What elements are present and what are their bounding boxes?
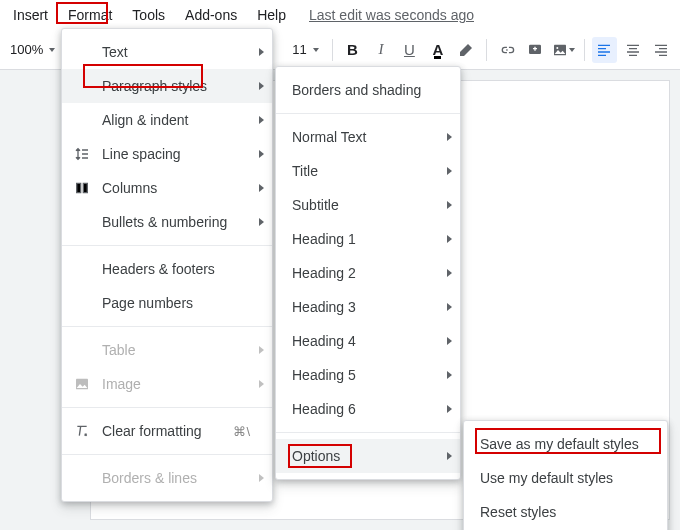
submenu-arrow-icon [447,201,452,209]
separator [62,407,272,408]
highlight-button[interactable] [454,37,479,63]
paragraph-styles-dropdown: Borders and shading Normal Text Title Su… [275,66,461,480]
submenu-arrow-icon [259,116,264,124]
last-edit-link[interactable]: Last edit was seconds ago [309,7,474,23]
submenu-arrow-icon [259,150,264,158]
menu-headers-footers[interactable]: Headers & footers [62,252,272,286]
link-icon [499,42,515,58]
menu-image: Image [62,367,272,401]
menu-reset[interactable]: Reset styles [464,495,667,529]
align-center-button[interactable] [620,37,645,63]
menu-paragraph-styles[interactable]: Paragraph styles [62,69,272,103]
add-comment-icon [527,42,543,58]
separator [62,454,272,455]
menu-align-indent[interactable]: Align & indent [62,103,272,137]
clear-formatting-icon [72,421,92,441]
menu-line-spacing[interactable]: Line spacing [62,137,272,171]
menu-columns[interactable]: Columns [62,171,272,205]
submenu-arrow-icon [259,380,264,388]
separator [276,113,460,114]
submenu-arrow-icon [447,371,452,379]
submenu-arrow-icon [447,303,452,311]
menu-table: Table [62,333,272,367]
chevron-down-icon [313,48,319,52]
submenu-arrow-icon [447,269,452,277]
menu-title[interactable]: Title [276,154,460,188]
image-icon [72,374,92,394]
submenu-arrow-icon [259,82,264,90]
menu-heading-5[interactable]: Heading 5 [276,358,460,392]
submenu-arrow-icon [447,405,452,413]
shortcut-label: ⌘\ [233,424,250,439]
menu-subtitle[interactable]: Subtitle [276,188,460,222]
font-size-select[interactable]: 11 [286,40,324,59]
menu-heading-4[interactable]: Heading 4 [276,324,460,358]
chevron-down-icon [569,48,575,52]
highlighter-icon [458,42,474,58]
align-right-icon [653,42,669,58]
menu-use-default[interactable]: Use my default styles [464,461,667,495]
submenu-arrow-icon [259,218,264,226]
menu-save-default[interactable]: Save as my default styles [464,427,667,461]
separator [332,39,333,61]
menu-help[interactable]: Help [248,4,295,26]
submenu-arrow-icon [259,48,264,56]
align-right-button[interactable] [649,37,674,63]
menu-clear-formatting[interactable]: Clear formatting ⌘\ [62,414,272,448]
menu-normal-text[interactable]: Normal Text [276,120,460,154]
link-button[interactable] [494,37,519,63]
menu-tools[interactable]: Tools [123,4,174,26]
zoom-select[interactable]: 100% [6,40,59,59]
italic-button[interactable]: I [368,37,393,63]
submenu-arrow-icon [447,167,452,175]
menu-heading-6[interactable]: Heading 6 [276,392,460,426]
align-left-button[interactable] [592,37,617,63]
menu-page-numbers[interactable]: Page numbers [62,286,272,320]
separator [584,39,585,61]
separator [62,245,272,246]
underline-button[interactable]: U [397,37,422,63]
line-spacing-icon [72,144,92,164]
menu-insert[interactable]: Insert [4,4,57,26]
menu-addons[interactable]: Add-ons [176,4,246,26]
menu-borders-shading[interactable]: Borders and shading [276,73,460,107]
menu-format[interactable]: Format [59,4,121,26]
zoom-value: 100% [10,42,43,57]
menu-heading-3[interactable]: Heading 3 [276,290,460,324]
submenu-arrow-icon [259,346,264,354]
menu-text[interactable]: Text [62,35,272,69]
submenu-arrow-icon [447,337,452,345]
font-size-value: 11 [292,42,306,57]
svg-point-2 [557,47,559,49]
submenu-arrow-icon [447,452,452,460]
submenu-arrow-icon [447,133,452,141]
menu-heading-2[interactable]: Heading 2 [276,256,460,290]
comment-button[interactable] [523,37,548,63]
menu-bullets-numbering[interactable]: Bullets & numbering [62,205,272,239]
image-icon [552,42,568,58]
bold-button[interactable]: B [340,37,365,63]
menu-borders-lines: Borders & lines [62,461,272,495]
separator [62,326,272,327]
format-menu-dropdown: Text Paragraph styles Align & indent Lin… [61,28,273,502]
options-dropdown: Save as my default styles Use my default… [463,420,668,530]
separator [276,432,460,433]
menu-options[interactable]: Options [276,439,460,473]
image-button[interactable] [551,37,576,63]
submenu-arrow-icon [447,235,452,243]
align-left-icon [596,42,612,58]
menu-heading-1[interactable]: Heading 1 [276,222,460,256]
text-color-button[interactable]: A [425,37,450,63]
columns-icon [72,178,92,198]
separator [486,39,487,61]
chevron-down-icon [49,48,55,52]
submenu-arrow-icon [259,474,264,482]
submenu-arrow-icon [259,184,264,192]
align-center-icon [625,42,641,58]
